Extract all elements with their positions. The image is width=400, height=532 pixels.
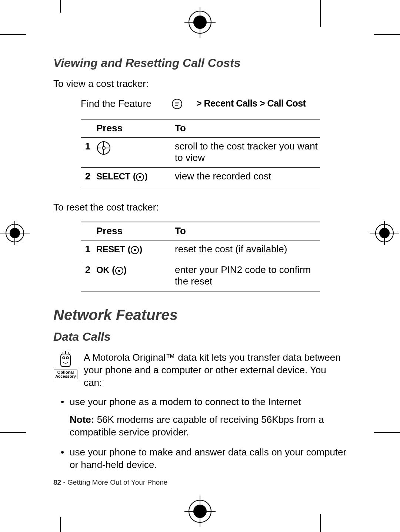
nav-key-icon [96, 141, 111, 158]
find-feature-label: Find the Feature [81, 98, 167, 110]
to-cell: enter your PIN2 code to confirm the rese… [173, 261, 320, 292]
bullet-list: use your phone as a modem to connect to … [53, 395, 347, 471]
center-key-icon [130, 246, 139, 257]
svg-point-15 [379, 228, 390, 238]
find-feature-row: Find the Feature > Recent Calls > Call C… [81, 98, 347, 110]
press-to-table-view: Press To 1 scroll to the cost tracker yo [81, 119, 320, 189]
crop-line [0, 432, 26, 433]
nav-path: > Recent Calls > Call Cost [187, 98, 306, 110]
svg-point-7 [193, 505, 207, 518]
press-cell: RESET ( ) [95, 240, 173, 261]
key-paren: ) [139, 244, 142, 254]
svg-rect-32 [61, 354, 70, 367]
table-row: 1 scroll to the cost tracker you want to… [81, 137, 320, 168]
step-number: 1 [81, 240, 95, 261]
svg-point-31 [118, 270, 120, 272]
svg-point-3 [193, 16, 207, 29]
body-text: To view a cost tracker: [53, 77, 347, 90]
table-row: 2 OK ( ) enter your PIN2 code to confirm… [81, 261, 320, 292]
to-cell: scroll to the cost tracker you want to v… [173, 137, 320, 168]
svg-point-11 [10, 228, 20, 238]
bullet-text: use your phone as a modem to connect to … [70, 395, 347, 408]
col-press: Press [95, 222, 173, 240]
data-calls-intro: Optional Accessory A Motorola Original™ … [53, 351, 347, 389]
key-paren: ) [124, 265, 127, 275]
table-row: 2 SELECT ( ) view the recorded cost [81, 168, 320, 189]
key-label: SELECT [96, 171, 130, 181]
col-to: To [173, 119, 320, 137]
registration-target-icon [0, 221, 30, 246]
bullet-text: use your phone to make and answer data c… [70, 446, 347, 471]
note-text: 56K modems are capable of receiving 56Kb… [70, 414, 324, 438]
subsection-heading: Viewing and Resetting Call Costs [53, 56, 347, 70]
note: Note: 56K modems are capable of receivin… [70, 413, 347, 438]
note-label: Note: [70, 414, 94, 425]
crop-line [374, 432, 400, 433]
key-paren: ( [133, 171, 136, 181]
section-heading: Network Features [53, 307, 347, 323]
badge-text: Optional Accessory [54, 370, 77, 379]
svg-point-29 [134, 249, 136, 251]
crop-line [60, 517, 61, 532]
press-cell [95, 137, 173, 168]
col-blank [81, 222, 95, 240]
center-key-icon [136, 173, 144, 184]
center-key-icon [115, 266, 124, 278]
svg-point-37 [66, 357, 69, 359]
svg-point-21 [102, 147, 105, 149]
press-cell: SELECT ( ) [95, 168, 173, 189]
footer-sep: - [61, 478, 67, 486]
registration-target-icon [184, 7, 216, 39]
to-cell: reset the cost (if available) [173, 240, 320, 261]
table-row: 1 RESET ( ) reset the cost (if available… [81, 240, 320, 261]
key-paren: ( [112, 265, 115, 275]
accessory-icon [56, 351, 76, 370]
press-to-table-reset: Press To 1 RESET ( ) reset the cost (if … [81, 222, 320, 292]
page-content: Viewing and Resetting Call Costs To view… [53, 56, 347, 486]
chapter-name: Getting More Out of Your Phone [67, 478, 167, 486]
page-number: 82 [53, 478, 61, 486]
key-paren: ( [128, 244, 131, 254]
subsection-heading: Data Calls [53, 330, 347, 344]
svg-point-27 [139, 176, 141, 178]
col-to: To [173, 222, 320, 240]
body-text: To reset the cost tracker: [53, 201, 347, 213]
crop-line [320, 514, 321, 532]
crop-line [320, 0, 321, 27]
registration-target-icon [184, 496, 216, 528]
page-footer: 82 - Getting More Out of Your Phone [53, 478, 347, 486]
to-cell: view the recorded cost [173, 168, 320, 189]
col-blank [81, 119, 95, 137]
menu-icon [167, 98, 187, 110]
optional-accessory-badge: Optional Accessory [53, 351, 78, 389]
press-cell: OK ( ) [95, 261, 173, 292]
key-label: RESET [96, 244, 125, 254]
body-text: A Motorola Original™ data kit lets you t… [84, 351, 347, 389]
list-item: use your phone to make and answer data c… [70, 446, 347, 471]
step-number: 2 [81, 261, 95, 292]
crop-line [0, 34, 26, 35]
col-press: Press [95, 119, 173, 137]
key-label: OK [96, 265, 109, 275]
key-paren: ) [144, 171, 147, 181]
crop-line [60, 0, 61, 13]
crop-line [374, 34, 400, 35]
registration-target-icon [370, 221, 399, 246]
list-item: use your phone as a modem to connect to … [70, 395, 347, 438]
step-number: 2 [81, 168, 95, 189]
svg-point-36 [63, 357, 65, 359]
step-number: 1 [81, 137, 95, 168]
